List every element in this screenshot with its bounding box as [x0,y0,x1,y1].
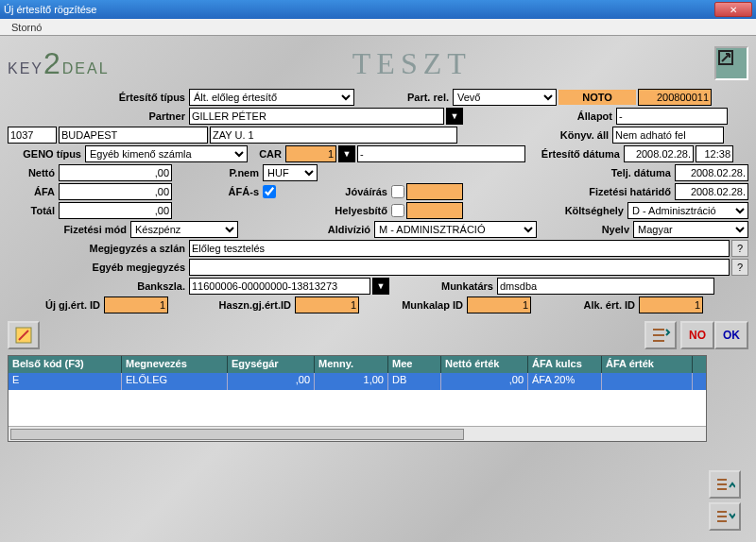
table-cell: DB [388,373,441,390]
menu-storno[interactable]: Stornó [6,22,47,33]
lbl-aldivizio: Aldivízió [240,224,372,235]
lbl-ertesito-datuma: Értesítő dátuma [527,148,622,160]
lbl-koltseghely: Költséghely [541,205,626,216]
lbl-netto: Nettó [8,167,57,178]
pnem-select[interactable]: HUF [263,164,318,181]
haszn-gjert-id-input[interactable] [295,296,359,313]
lbl-nyelv: Nyelv [575,224,631,235]
table-cell: ,00 [441,373,528,390]
lbl-uj-gjert-id: Új gj.ért. ID [8,299,102,311]
col-header[interactable]: Menny. [315,356,388,373]
menubar: Stornó [0,19,756,36]
ertesito-datuma-input[interactable] [624,145,694,162]
koltseghely-select[interactable]: D - Adminisztráció [627,202,748,219]
aldivizio-select[interactable]: M - ADMINISZTRÁCIÓ [374,221,537,238]
jovairas-extra [406,183,463,200]
netto-input[interactable] [59,164,172,181]
row-up-button[interactable] [709,470,741,499]
city-input[interactable] [59,127,208,144]
megjegyzes-help-button[interactable]: ? [731,240,748,257]
afas-checkbox[interactable] [263,185,276,198]
lbl-ertesito-tipus: Értesítő típus [8,92,187,103]
lbl-total: Totál [8,205,57,216]
lbl-bankszla: Bankszla. [8,280,187,292]
bankszla-input[interactable] [189,278,370,295]
egyeb-megjegyzes-input[interactable] [189,259,730,276]
megjegyzes-szlan-input[interactable] [189,240,730,257]
alk-ert-id-input[interactable] [639,296,703,313]
fizetesi-mod-select[interactable]: Készpénz [130,221,238,238]
lbl-geno-tipus: GENO típus [8,148,83,160]
afa-input[interactable] [59,183,172,200]
lbl-fizetesi-mod: Fizetési mód [8,224,129,235]
munkatars-input[interactable] [497,278,714,295]
lbl-megjegyzes-szlan: Megjegyzés a szlán [8,243,187,254]
col-header[interactable]: Nettó érték [441,356,528,373]
lbl-helyesbito: Helyesbítő [278,205,389,216]
lbl-fizetesi-hatarido: Fizetési határidő [550,186,673,197]
col-header[interactable]: ÁFA kulcs [528,356,602,373]
lbl-konyv-all: Könyv. áll [459,129,610,141]
car-b-input[interactable] [357,145,525,162]
uj-gjert-id-input[interactable] [104,296,168,313]
lbl-car: CAR [249,148,284,160]
col-header[interactable]: Mee [388,356,441,373]
table-cell: ELŐLEG [122,373,228,390]
car-lookup-button[interactable]: ▼ [338,145,355,162]
table-cell: 1,00 [315,373,388,390]
ok-button[interactable]: OK [714,321,748,349]
content-area: KEY2DEAL TESZT Értesítő típus Ált. előle… [0,36,756,542]
lbl-alk-ert-id: Alk. ért. ID [533,299,637,311]
lbl-munkatars: Munkatárs [391,280,495,292]
geno-tipus-select[interactable]: Egyéb kimenő számla [85,145,248,162]
col-header[interactable]: Egységár [228,356,315,373]
lbl-telj-datuma: Telj. dátuma [550,167,673,178]
ertesito-ido-input[interactable] [696,145,733,162]
fizetesi-hatarido-input[interactable] [675,183,748,200]
helyesbito-extra [406,202,463,219]
street-input[interactable] [210,127,457,144]
noto-input[interactable] [638,89,712,106]
brand-logo: KEY2DEAL [8,46,110,81]
konyv-all-input[interactable] [612,127,724,144]
table-cell: ÁFA 20% [528,373,602,390]
table-row[interactable]: EELŐLEG,001,00DB,00ÁFA 20% [9,373,706,390]
lbl-partner: Partner [8,110,187,122]
nyelv-select[interactable]: Magyar [633,221,748,238]
telj-datuma-input[interactable] [675,164,748,181]
egyeb-help-button[interactable]: ? [731,259,748,276]
close-button[interactable]: ✕ [714,2,752,17]
ertesito-tipus-select[interactable]: Ált. előleg értesítő [189,89,354,106]
horizontal-scrollbar[interactable] [9,426,706,441]
zip-input[interactable] [8,127,57,144]
list-toggle-button[interactable] [644,321,677,349]
partner-input[interactable] [189,108,444,125]
lbl-haszn-gjert-id: Haszn.gj.ért.ID [170,299,293,311]
lbl-allapot: Állapot [465,110,614,122]
part-rel-select[interactable]: Vevő [453,89,557,106]
row-down-button[interactable] [709,502,741,531]
titlebar: Új értesítő rögzítése ✕ [0,0,756,19]
car-input[interactable] [285,145,336,162]
allapot-input[interactable] [616,108,728,125]
table-body: EELŐLEG,001,00DB,00ÁFA 20% [9,373,706,426]
top-action-button[interactable] [714,46,748,80]
logo-row: KEY2DEAL TESZT [8,42,748,85]
col-header[interactable]: Megnevezés [122,356,228,373]
window-title: Új értesítő rögzítése [4,4,96,15]
total-input[interactable] [59,202,172,219]
bankszla-lookup-button[interactable]: ▼ [372,278,389,295]
table-header: Belső kód (F3)MegnevezésEgységárMenny.Me… [9,356,706,373]
lbl-egyeb-megjegyzes: Egyéb megjegyzés [8,262,187,273]
helyesbito-checkbox[interactable] [391,204,404,217]
jovairas-checkbox[interactable] [391,185,404,198]
partner-lookup-button[interactable]: ▼ [446,108,463,125]
no-button[interactable]: NO [680,321,714,349]
lbl-afa: ÁFA [8,186,57,197]
col-header[interactable]: ÁFA érték [602,356,693,373]
lbl-part-rel: Part. rel. [356,92,451,103]
munkalap-id-input[interactable] [467,296,531,313]
col-header[interactable]: Belső kód (F3) [9,356,122,373]
tool-icon-button[interactable] [8,321,40,349]
lbl-pnem: P.nem [174,167,261,178]
